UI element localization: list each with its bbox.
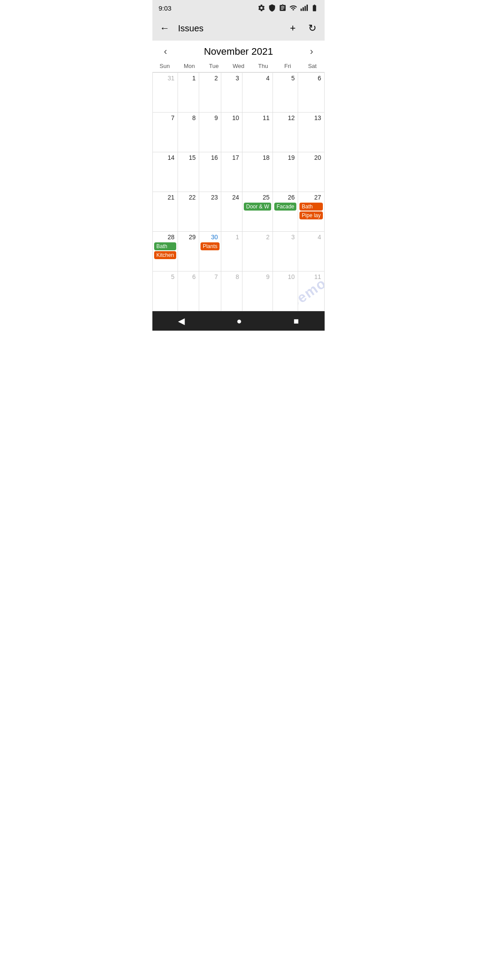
status-bar: 9:03 xyxy=(152,0,325,16)
calendar-cell[interactable]: 22 xyxy=(178,192,199,232)
calendar-cell[interactable]: 7 xyxy=(199,271,221,311)
calendar-cell[interactable]: 7 xyxy=(153,113,178,152)
app-bar: ← Issues + ↻ xyxy=(152,16,325,41)
settings-icon xyxy=(257,4,265,12)
calendar-cell[interactable]: 10 xyxy=(221,113,242,152)
calendar-cell[interactable]: 25Door & W xyxy=(242,192,273,232)
calendar-date: 17 xyxy=(223,154,241,162)
calendar-date: 3 xyxy=(223,75,241,83)
calendar-cell[interactable]: 11Demo xyxy=(298,271,325,311)
calendar-date: 29 xyxy=(179,234,197,241)
bottom-nav: ◀ ● ■ xyxy=(152,311,325,331)
dow-wed: Wed xyxy=(226,61,251,72)
calendar-cell[interactable]: 27BathPipe lay xyxy=(298,192,325,232)
calendar-grid: 3112345678910111213141516171819202122232… xyxy=(152,72,325,311)
event-chip[interactable]: Kitchen xyxy=(154,251,176,259)
calendar-date: 10 xyxy=(223,114,241,122)
calendar-date: 16 xyxy=(201,154,220,162)
calendar-date: 23 xyxy=(201,194,220,202)
calendar-cell[interactable]: 15 xyxy=(178,152,199,192)
day-of-week-header: Sun Mon Tue Wed Thu Fri Sat xyxy=(152,61,325,72)
next-month-button[interactable]: › xyxy=(306,44,318,59)
clipboard-icon xyxy=(279,4,287,12)
calendar-cell[interactable]: 4 xyxy=(298,232,325,271)
calendar-cell[interactable]: 29 xyxy=(178,232,199,271)
event-chip[interactable]: Plants xyxy=(201,242,220,250)
calendar-cell[interactable]: 31 xyxy=(153,73,178,113)
battery-icon xyxy=(310,4,318,12)
calendar-cell[interactable]: 17 xyxy=(221,152,242,192)
calendar-date: 9 xyxy=(244,273,271,281)
calendar-date: 2 xyxy=(244,234,271,241)
dow-mon: Mon xyxy=(177,61,202,72)
calendar-date: 6 xyxy=(179,273,197,281)
calendar-cell[interactable]: 3 xyxy=(221,73,242,113)
calendar-date: 11 xyxy=(299,273,323,281)
calendar-cell[interactable]: 24 xyxy=(221,192,242,232)
calendar-cell[interactable]: 14 xyxy=(153,152,178,192)
calendar-cell[interactable]: 1 xyxy=(221,232,242,271)
calendar-cell[interactable]: 2 xyxy=(199,73,221,113)
calendar-cell[interactable]: 18 xyxy=(242,152,273,192)
svg-rect-1 xyxy=(303,8,304,11)
calendar-date: 24 xyxy=(223,194,241,202)
calendar-cell[interactable]: 23 xyxy=(199,192,221,232)
back-button[interactable]: ← xyxy=(157,20,173,36)
event-chip[interactable]: Facade xyxy=(274,203,296,211)
event-chip[interactable]: Door & W xyxy=(244,203,271,211)
calendar-cell[interactable]: 26Facade xyxy=(273,192,298,232)
calendar-date: 1 xyxy=(223,234,241,241)
calendar-cell[interactable]: 28BathKitchen xyxy=(153,232,178,271)
calendar-cell[interactable]: 12 xyxy=(273,113,298,152)
event-chip[interactable]: Pipe lay xyxy=(299,211,323,219)
calendar-cell[interactable]: 6 xyxy=(298,73,325,113)
prev-month-button[interactable]: ‹ xyxy=(159,44,171,59)
calendar-date: 8 xyxy=(223,273,241,281)
svg-rect-2 xyxy=(305,6,306,11)
calendar-cell[interactable]: 9 xyxy=(199,113,221,152)
calendar-date: 5 xyxy=(154,273,176,281)
calendar-cell[interactable]: 11 xyxy=(242,113,273,152)
calendar-date: 13 xyxy=(299,114,323,122)
calendar-cell[interactable]: 10 xyxy=(273,271,298,311)
calendar-header: ‹ November 2021 › xyxy=(152,41,325,61)
calendar-date: 1 xyxy=(179,75,197,83)
nav-recent-icon[interactable]: ■ xyxy=(293,316,299,326)
calendar-date: 10 xyxy=(274,273,296,281)
calendar-cell[interactable]: 19 xyxy=(273,152,298,192)
calendar-date: 4 xyxy=(244,75,271,83)
calendar-cell[interactable]: 9 xyxy=(242,271,273,311)
add-button[interactable]: + xyxy=(285,20,301,36)
calendar-date: 4 xyxy=(299,234,323,241)
calendar-date: 31 xyxy=(154,75,176,83)
svg-rect-3 xyxy=(307,5,308,11)
dow-fri: Fri xyxy=(276,61,300,72)
signal-icon xyxy=(300,4,308,12)
calendar-cell[interactable]: 8 xyxy=(221,271,242,311)
calendar-cell[interactable]: 21 xyxy=(153,192,178,232)
calendar-date: 28 xyxy=(154,234,176,241)
refresh-button[interactable]: ↻ xyxy=(304,20,320,36)
nav-back-icon[interactable]: ◀ xyxy=(178,316,185,326)
event-chip[interactable]: Bath xyxy=(154,242,176,250)
calendar-cell[interactable]: 16 xyxy=(199,152,221,192)
status-time: 9:03 xyxy=(159,4,171,12)
event-chip[interactable]: Bath xyxy=(299,203,323,211)
calendar-cell[interactable]: 2 xyxy=(242,232,273,271)
calendar-cell[interactable]: 4 xyxy=(242,73,273,113)
calendar-date: 27 xyxy=(299,194,323,202)
calendar-cell[interactable]: 1 xyxy=(178,73,199,113)
calendar-cell[interactable]: 6 xyxy=(178,271,199,311)
calendar-cell[interactable]: 20 xyxy=(298,152,325,192)
calendar-cell[interactable]: 30Plants xyxy=(199,232,221,271)
calendar-cell[interactable]: 13 xyxy=(298,113,325,152)
calendar-cell[interactable]: 3 xyxy=(273,232,298,271)
calendar-cell[interactable]: 5 xyxy=(273,73,298,113)
nav-home-icon[interactable]: ● xyxy=(236,316,242,326)
calendar-date: 6 xyxy=(299,75,323,83)
calendar-date: 11 xyxy=(244,114,271,122)
month-title: November 2021 xyxy=(204,46,273,57)
calendar-cell[interactable]: 8 xyxy=(178,113,199,152)
svg-rect-0 xyxy=(301,9,302,11)
calendar-cell[interactable]: 5 xyxy=(153,271,178,311)
